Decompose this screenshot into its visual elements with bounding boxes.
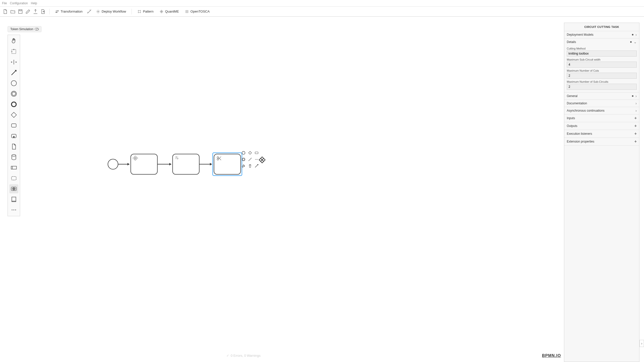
toolbar-separator [49, 9, 50, 14]
svg-marker-36 [169, 163, 171, 165]
append-task[interactable] [254, 150, 259, 156]
max-subcircuits-input[interactable] [567, 84, 637, 90]
delete-icon[interactable] [247, 163, 253, 169]
transformation-button[interactable]: Transformation [53, 9, 85, 15]
section-deployment-models[interactable]: Deployment Models› [564, 31, 639, 38]
max-subcircuits-label: Maximum Number of Sub-Circuits [567, 80, 637, 83]
chevron-right-icon: › [635, 101, 637, 105]
transformation-icon [55, 10, 59, 14]
svg-point-2 [98, 11, 99, 12]
annotation[interactable] [247, 157, 253, 162]
task-3-circuit-cutting[interactable] [214, 154, 241, 174]
quantme-icon [159, 10, 164, 14]
opentosca-label: OpenTOSCA [190, 10, 210, 13]
append-gateway[interactable] [247, 150, 253, 156]
svg-rect-0 [19, 10, 22, 13]
wand-icon[interactable] [87, 9, 92, 14]
menu-file[interactable]: File [2, 2, 7, 5]
section-extension-properties[interactable]: Extension properties+ [564, 138, 639, 146]
opentosca-button[interactable]: OpenTOSCA [183, 9, 212, 15]
max-width-input[interactable] [567, 62, 637, 68]
section-async[interactable]: Asynchronous continuations› [564, 107, 639, 114]
section-details: Details⌄ Cutting Method Maximum Sub-Circ… [564, 38, 639, 93]
deploy-workflow-button[interactable]: Deploy Workflow [94, 9, 128, 15]
svg-point-41 [242, 151, 245, 154]
check-icon: ✓ [226, 354, 229, 357]
properties-panel: CIRCUIT CUTTING TASK Deployment Models› … [564, 23, 639, 362]
max-cuts-input[interactable] [567, 73, 637, 79]
validation-status: ✓ 0 Errors, 0 Warnings [226, 354, 261, 357]
open-folder-icon[interactable] [10, 9, 16, 14]
pattern-icon [137, 10, 141, 14]
plus-icon[interactable]: + [634, 139, 637, 144]
pattern-label: Pattern [143, 10, 153, 13]
svg-point-5 [138, 12, 139, 13]
plus-icon[interactable]: + [634, 131, 637, 136]
dot-icon [632, 95, 633, 97]
export-icon[interactable] [40, 9, 46, 14]
gear-icon [96, 10, 100, 14]
append-intermediate-event[interactable] [241, 157, 246, 162]
svg-point-8 [160, 11, 163, 12]
svg-point-4 [140, 10, 141, 11]
edit-icon[interactable] [25, 9, 31, 14]
toolbar: Transformation Deploy Workflow Pattern Q… [0, 7, 644, 17]
svg-point-7 [161, 11, 162, 12]
bpmn-io-brand[interactable]: BPMN.IO [542, 353, 561, 358]
pattern-button[interactable]: Pattern [135, 9, 155, 15]
panel-collapse-tab[interactable]: › [639, 340, 644, 347]
svg-rect-42 [255, 152, 258, 154]
menu-configuration[interactable]: Configuration [10, 2, 28, 5]
svg-point-44 [243, 158, 245, 160]
quantme-label: QuantME [165, 10, 179, 13]
append-end-event[interactable] [241, 150, 246, 156]
svg-point-46 [256, 159, 257, 160]
dot-icon [632, 34, 633, 35]
wrench-icon[interactable] [241, 163, 246, 169]
quantme-button[interactable]: QuantME [157, 9, 181, 15]
new-file-icon[interactable] [3, 9, 8, 14]
cutting-method-input[interactable] [567, 51, 637, 57]
chevron-right-icon: › [635, 94, 637, 98]
plus-icon[interactable]: + [634, 116, 637, 120]
transformation-label: Transformation [61, 10, 83, 13]
max-width-label: Maximum Sub-Circuit width [567, 58, 637, 61]
save-icon[interactable] [18, 9, 23, 14]
svg-point-3 [138, 10, 139, 11]
svg-marker-31 [128, 163, 130, 165]
deploy-label: Deploy Workflow [102, 10, 126, 13]
menu-bar: File Configuration Help [0, 0, 644, 7]
section-outputs[interactable]: Outputs+ [564, 122, 639, 130]
properties-title: CIRCUIT CUTTING TASK [564, 23, 639, 31]
chevron-right-icon: › [635, 109, 637, 113]
cutting-method-label: Cutting Method [567, 47, 637, 50]
svg-point-9 [161, 10, 162, 13]
chevron-right-icon: › [635, 33, 637, 37]
menu-help[interactable]: Help [31, 2, 37, 5]
section-inputs[interactable]: Inputs+ [564, 114, 639, 122]
section-general[interactable]: General› [564, 93, 639, 100]
upload-icon[interactable] [33, 9, 38, 14]
section-documentation[interactable]: Documentation› [564, 100, 639, 107]
svg-rect-10 [186, 10, 188, 13]
dot-icon [630, 41, 632, 43]
chevron-down-icon: ⌄ [634, 40, 637, 44]
svg-marker-38 [210, 163, 212, 165]
section-details-header[interactable]: Details⌄ [564, 38, 639, 46]
svg-point-6 [140, 12, 141, 13]
plus-icon[interactable]: + [634, 124, 637, 128]
toolbar-separator [132, 9, 132, 14]
svg-point-45 [255, 159, 256, 160]
diagram-canvas[interactable] [0, 17, 566, 362]
append-gateway-large[interactable] [258, 156, 266, 165]
section-execution-listeners[interactable]: Execution listeners+ [564, 130, 639, 138]
context-pad [241, 150, 259, 169]
start-event[interactable] [108, 159, 118, 169]
opentosca-icon [185, 10, 189, 14]
max-cuts-label: Maximum Number of Cuts [567, 69, 637, 72]
svg-rect-1 [19, 10, 21, 11]
